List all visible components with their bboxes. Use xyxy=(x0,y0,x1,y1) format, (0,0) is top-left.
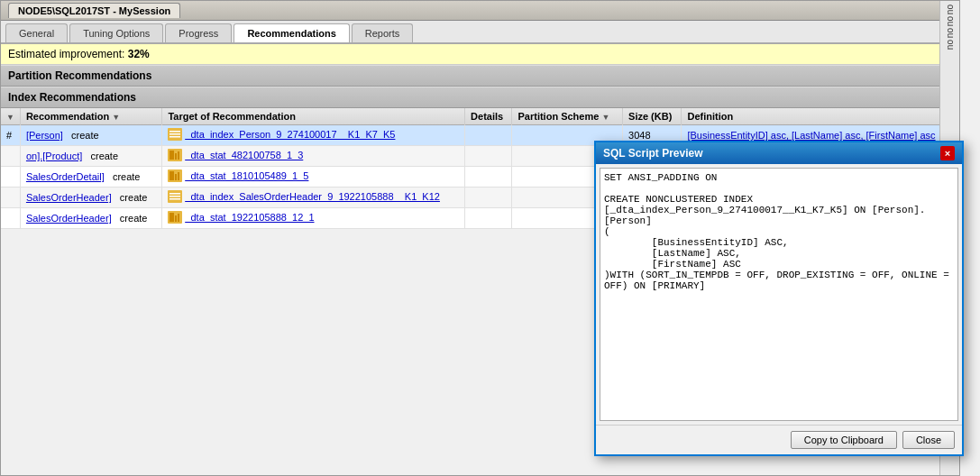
tab-general[interactable]: General xyxy=(5,23,68,42)
dialog-title: SQL Script Preview xyxy=(603,147,703,160)
cell-object-recommendation: SalesOrderDetail] create xyxy=(20,167,161,188)
svg-rect-9 xyxy=(169,171,174,180)
dialog-title-bar: SQL Script Preview × xyxy=(596,142,962,164)
svg-rect-3 xyxy=(169,136,180,138)
cell-arrow xyxy=(1,208,20,229)
main-window: NODE5\SQL2017ST - MySession General Tuni… xyxy=(0,0,960,476)
svg-rect-5 xyxy=(169,151,174,160)
object-link[interactable]: [Person] xyxy=(26,130,63,141)
cell-arrow xyxy=(1,188,20,208)
svg-rect-1 xyxy=(169,131,180,133)
svg-rect-7 xyxy=(178,151,179,160)
cell-details xyxy=(465,146,512,167)
cell-object-recommendation: SalesOrderHeader] create xyxy=(20,188,161,208)
svg-rect-13 xyxy=(169,193,180,195)
cell-object-recommendation: [Person] create xyxy=(20,125,161,146)
cell-object-recommendation: SalesOrderHeader] create xyxy=(20,208,161,229)
col-definition[interactable]: Definition xyxy=(682,108,959,125)
title-bar: NODE5\SQL2017ST - MySession xyxy=(1,1,959,21)
cell-target: _dta_index_SalesOrderHeader_9_1922105888… xyxy=(162,188,465,208)
close-button[interactable]: Close xyxy=(902,431,955,449)
partition-section-label: Partition Recommendations xyxy=(8,69,151,82)
partition-section-header[interactable]: Partition Recommendations ▼ xyxy=(1,65,959,87)
object-link[interactable]: SalesOrderHeader] xyxy=(26,192,112,203)
col-details[interactable]: Details xyxy=(465,108,512,125)
index-section-header[interactable]: Index Recommendations ▼ xyxy=(1,87,959,108)
cell-details xyxy=(465,188,512,208)
table-icon xyxy=(168,128,182,141)
object-link[interactable]: on].[Product] xyxy=(26,151,82,161)
cell-target: _dta_stat_482100758_1_3 xyxy=(162,146,465,167)
col-size-kb[interactable]: Size (KB) xyxy=(623,108,682,125)
window-title: NODE5\SQL2017ST - MySession xyxy=(8,3,180,18)
sql-preview-dialog: SQL Script Preview × Copy to Clipboard C… xyxy=(594,141,964,456)
dialog-content xyxy=(596,164,962,425)
index-section-label: Index Recommendations xyxy=(8,91,136,104)
right-panel-text: no xyxy=(945,5,955,14)
cell-target: _dta_index_Person_9_274100017__K1_K7_K5 xyxy=(162,125,465,146)
stat-icon xyxy=(168,149,182,161)
object-link[interactable]: SalesOrderHeader] xyxy=(26,213,112,224)
dialog-close-x-button[interactable]: × xyxy=(940,146,955,160)
copy-to-clipboard-button[interactable]: Copy to Clipboard xyxy=(791,431,897,449)
svg-rect-18 xyxy=(175,215,177,222)
col-recommendation[interactable]: Recommendation ▼ xyxy=(20,108,161,125)
right-panel-text: no xyxy=(945,28,955,38)
sql-script-textarea[interactable] xyxy=(600,168,958,421)
tab-reports[interactable]: Reports xyxy=(352,23,414,42)
stat-icon xyxy=(168,169,182,182)
improvement-bar: Estimated improvement: 32% xyxy=(1,44,959,65)
cell-details xyxy=(465,208,512,229)
svg-rect-19 xyxy=(178,214,179,222)
cell-arrow xyxy=(1,146,20,167)
svg-rect-2 xyxy=(169,133,180,135)
col-target[interactable]: Target of Recommendation xyxy=(162,108,465,125)
svg-rect-14 xyxy=(169,196,180,197)
table-header-row: ▼ Recommendation ▼ Target of Recommendat… xyxy=(1,108,959,125)
svg-rect-17 xyxy=(169,213,174,222)
dialog-footer: Copy to Clipboard Close xyxy=(596,425,962,454)
tab-progress[interactable]: Progress xyxy=(165,23,232,42)
cell-details xyxy=(465,167,512,188)
cell-target: _dta_stat_1810105489_1_5 xyxy=(162,167,465,188)
object-link[interactable]: SalesOrderDetail] xyxy=(26,171,105,182)
svg-rect-10 xyxy=(175,174,177,180)
improvement-label: Estimated improvement: xyxy=(8,48,124,60)
cell-details xyxy=(465,125,512,146)
cell-target: _dta_stat_1922105888_12_1 xyxy=(162,208,465,229)
cell-object-recommendation: on].[Product] create xyxy=(20,146,161,167)
col-arrow[interactable]: ▼ xyxy=(1,108,20,125)
tab-recommendations[interactable]: Recommendations xyxy=(234,23,349,42)
cell-arrow: # xyxy=(1,125,20,146)
improvement-value: 32% xyxy=(128,48,150,60)
tab-tuning-options[interactable]: Tuning Options xyxy=(69,23,163,42)
tab-bar: General Tuning Options Progress Recommen… xyxy=(1,21,959,44)
right-panel-text: no xyxy=(945,40,955,50)
svg-rect-6 xyxy=(175,153,177,160)
right-panel-text: no xyxy=(945,16,955,26)
stat-icon xyxy=(168,211,182,224)
table-icon xyxy=(168,190,182,203)
cell-arrow xyxy=(1,167,20,188)
svg-rect-15 xyxy=(169,198,180,200)
svg-rect-11 xyxy=(178,172,179,180)
col-partition-scheme[interactable]: Partition Scheme ▼ xyxy=(512,108,623,125)
